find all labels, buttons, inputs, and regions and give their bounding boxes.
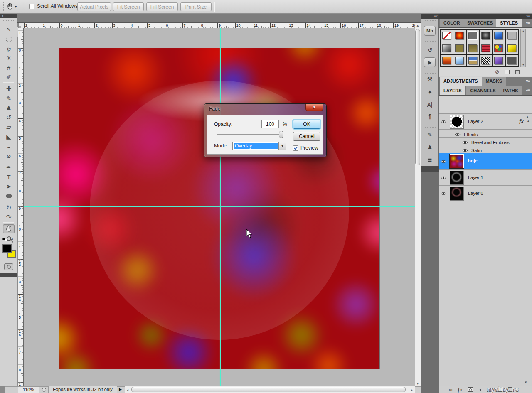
actual-pixels-button[interactable]: Actual Pixels [77, 2, 111, 11]
adjustment-layer-icon[interactable]: ◑ [478, 387, 481, 393]
style-swatch-cell[interactable] [479, 54, 492, 67]
layer-thumbnail[interactable] [450, 154, 464, 168]
blur-tool[interactable]: ◒ [3, 142, 15, 151]
horizontal-guide[interactable] [24, 206, 415, 207]
style-swatch-cell[interactable] [440, 42, 453, 54]
horizontal-scrollbar-thumb[interactable] [131, 387, 406, 392]
fill-screen-button[interactable]: Fill Screen [146, 2, 178, 11]
style-swatch-cell[interactable] [479, 29, 492, 42]
style-swatch-dark-gray-flat[interactable] [507, 57, 516, 64]
canvas-image[interactable] [59, 48, 379, 369]
tab-styles[interactable]: STYLES [496, 19, 522, 27]
style-swatch-blue-gloss[interactable] [494, 32, 503, 39]
effect-name[interactable]: Effects [464, 132, 478, 137]
effect-row[interactable]: Effects [439, 130, 532, 138]
layer-name[interactable]: Layer 1 [468, 175, 483, 180]
3d-panel-icon[interactable]: ✦ [424, 87, 436, 97]
foreground-color-swatch[interactable] [2, 244, 12, 253]
quick-mask-button[interactable] [4, 263, 13, 270]
visibility-eye-icon[interactable] [441, 158, 446, 165]
layer-name[interactable]: Layer 0 [468, 191, 483, 196]
opacity-slider-track[interactable] [217, 134, 281, 135]
hand-tool[interactable] [3, 224, 15, 233]
layer-row-layer-2[interactable]: Layer 2fx▲ [439, 114, 532, 130]
horizontal-ruler[interactable]: 2101234567891011121314151617181920 [24, 23, 415, 28]
toolbox-grip[interactable] [2, 20, 15, 22]
style-swatch-cell[interactable] [440, 29, 453, 42]
preview-checkbox[interactable] [293, 145, 298, 151]
effect-row[interactable]: Bevel and Emboss [439, 138, 532, 145]
dock-grip[interactable] [423, 126, 436, 128]
tab-swatches[interactable]: SWATCHES [463, 19, 497, 27]
panels-collapse-button[interactable]: »» [439, 14, 532, 19]
style-swatch-noise-pattern[interactable] [481, 57, 490, 64]
visibility-eye-icon[interactable] [441, 174, 446, 182]
style-swatch-cell[interactable] [453, 42, 466, 54]
tab-adjustments[interactable]: ADJUSTMENTS [440, 77, 482, 86]
shape-tool[interactable] [3, 192, 15, 201]
effect-row[interactable]: Satin [439, 145, 532, 153]
layer-thumbnail[interactable] [450, 115, 464, 129]
style-swatch-orange-glow[interactable] [455, 32, 464, 39]
scroll-all-windows-checkbox[interactable] [29, 4, 34, 9]
tab-paths[interactable]: PATHS [500, 86, 522, 95]
style-swatch-gray-flat[interactable] [468, 32, 477, 39]
scroll-up-icon[interactable]: ▲ [415, 24, 421, 27]
style-swatch-light-gray-flat[interactable] [507, 32, 516, 39]
style-swatch-cell[interactable] [466, 42, 479, 54]
layer-row-boje[interactable]: boje [439, 153, 532, 170]
mode-dropdown-icon[interactable]: ▼ [279, 142, 286, 150]
style-swatch-cell[interactable] [505, 54, 518, 67]
scroll-down-icon[interactable]: ▼ [523, 381, 529, 384]
ok-button[interactable]: OK [293, 120, 320, 129]
style-swatch-landscape[interactable] [468, 57, 477, 64]
options-bar-grip[interactable] [1, 2, 5, 12]
style-swatch-cell[interactable] [453, 29, 466, 42]
tool-presets-panel-icon[interactable]: ⚒ [424, 74, 436, 84]
scroll-left-icon[interactable]: ◂ [125, 388, 131, 392]
pen-tool[interactable]: ✒ [3, 163, 15, 172]
visibility-eye-icon[interactable] [441, 118, 446, 125]
effect-name[interactable]: Satin [471, 148, 482, 153]
style-swatch-cell[interactable] [505, 29, 518, 42]
eraser-tool[interactable]: ▱ [3, 123, 15, 132]
layer-style-icon[interactable]: fx [458, 386, 463, 393]
print-size-button[interactable]: Print Size [180, 2, 212, 11]
style-swatch-red-stripes[interactable] [481, 44, 490, 52]
clone-stamp-tool[interactable]: ♟ [3, 103, 15, 113]
tab-layers[interactable]: LAYERS [440, 86, 466, 95]
scroll-all-windows-option[interactable]: Scroll All Windows [29, 3, 78, 9]
cancel-button[interactable]: Cancel [293, 132, 320, 141]
eyedropper-tool[interactable]: ✐ [3, 73, 15, 82]
scroll-up-icon[interactable]: ▲ [520, 29, 526, 33]
style-swatch-olive-flat[interactable] [455, 44, 464, 52]
opacity-input[interactable]: 100 [261, 120, 279, 128]
healing-brush-tool[interactable]: ✚ [3, 84, 15, 93]
orbit-3d-tool[interactable]: ↷ [3, 213, 15, 222]
move-tool[interactable]: ↖ [3, 25, 15, 34]
layer-thumbnail[interactable] [450, 171, 464, 185]
dock-collapse-button[interactable]: «« [421, 14, 439, 19]
history-brush-tool[interactable]: ↺ [3, 113, 15, 122]
style-swatch-multicolor-patch[interactable] [494, 44, 503, 52]
add-mask-icon[interactable] [468, 387, 473, 392]
scroll-down-icon[interactable]: ▼ [415, 382, 421, 386]
link-layers-icon[interactable]: ∞ [449, 387, 453, 393]
style-swatch-no-style[interactable] [442, 32, 451, 39]
style-swatch-cell[interactable] [466, 29, 479, 42]
style-swatch-steel-gradient[interactable] [442, 44, 451, 52]
style-swatch-cell[interactable] [492, 54, 505, 67]
zoom-level-field[interactable]: 110% [18, 387, 39, 393]
dodge-tool[interactable]: ⌀ [3, 151, 15, 160]
type-tool[interactable]: T [3, 172, 15, 182]
style-swatch-purple-3d[interactable] [494, 57, 503, 64]
crop-tool[interactable]: # [3, 63, 15, 72]
style-swatch-cell[interactable] [440, 54, 453, 67]
layer-thumbnail[interactable] [450, 187, 464, 201]
scroll-down-icon[interactable]: ▼ [520, 63, 526, 66]
delete-style-icon[interactable] [515, 70, 520, 74]
style-swatch-cell[interactable] [466, 54, 479, 67]
style-swatch-cell[interactable] [492, 29, 505, 42]
ruler-corner[interactable] [18, 23, 24, 28]
dock-grip[interactable] [423, 20, 436, 22]
